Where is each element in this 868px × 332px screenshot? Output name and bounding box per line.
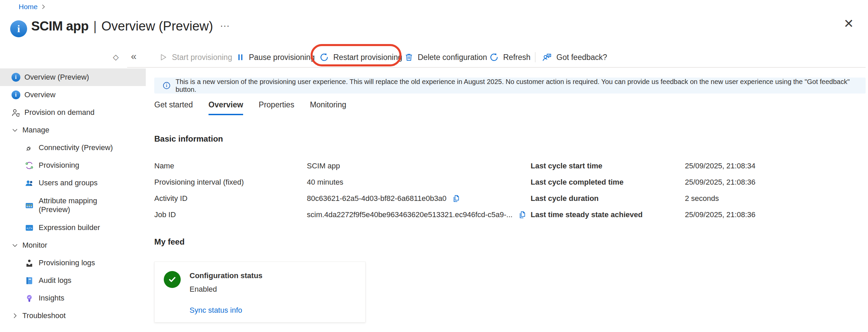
- info-icon: i: [11, 90, 20, 100]
- sidebar-item-audit-logs[interactable]: Audit logs: [0, 272, 146, 289]
- provisioning-icon: [25, 161, 34, 170]
- expression-builder-icon: </>: [25, 223, 34, 232]
- restart-icon: [319, 53, 329, 62]
- sidebar-item-expression-builder[interactable]: </> Expression builder: [0, 219, 146, 236]
- insights-icon: [25, 294, 34, 303]
- sidebar-item-provisioning[interactable]: Provisioning: [0, 157, 146, 174]
- sidebar-item-overview-preview[interactable]: i Overview (Preview): [0, 68, 146, 86]
- audit-logs-icon: [25, 276, 34, 285]
- dock-pane-icon[interactable]: ◇: [113, 47, 119, 67]
- feedback-icon: [542, 52, 552, 62]
- toolbar-divider: [127, 67, 866, 68]
- job-id-value: scim.4da2272f9f5e40be963463620e513321.ec…: [307, 210, 513, 219]
- delete-configuration-button[interactable]: Delete configuration: [405, 47, 487, 67]
- page-title-app-name: SCIM app: [31, 19, 88, 33]
- interval-value: 40 minutes: [307, 178, 343, 187]
- info-row-provisioning-interval: Provisioning interval (fixed) 40 minutes: [154, 174, 526, 190]
- play-icon: [159, 53, 167, 62]
- pause-icon: [236, 53, 244, 62]
- sidebar-item-attribute-mapping[interactable]: Attribute mapping (Preview): [0, 192, 146, 219]
- steady-state-value: 25/09/2025, 21:08:36: [685, 210, 755, 219]
- basic-info-left-column: Name SCIM app Provisioning interval (fix…: [154, 158, 526, 223]
- collapse-menu-icon[interactable]: «: [131, 47, 137, 67]
- configuration-status-value: Enabled: [190, 285, 217, 294]
- sidebar: i Overview (Preview) i Overview Provisio…: [0, 68, 146, 325]
- info-banner-text: This is a new version of the provisionin…: [176, 78, 866, 94]
- refresh-icon: [489, 53, 499, 62]
- chevron-right-icon: [41, 4, 46, 9]
- name-value: SCIM app: [307, 162, 340, 170]
- info-row-name: Name SCIM app: [154, 158, 526, 174]
- users-groups-icon: [25, 179, 34, 188]
- provisioning-logs-icon: [25, 258, 34, 268]
- breadcrumb: Home: [19, 3, 46, 11]
- my-feed-heading: My feed: [154, 237, 184, 247]
- page-title-blade-name: Overview (Preview): [101, 19, 213, 33]
- copy-activity-id-button[interactable]: [452, 194, 461, 203]
- configuration-status-title: Configuration status: [190, 271, 262, 280]
- last-cycle-duration-value: 2 seconds: [685, 194, 719, 203]
- sidebar-group-troubleshoot[interactable]: Troubleshoot: [0, 307, 146, 325]
- configuration-status-card: Configuration status Enabled Sync status…: [154, 262, 366, 323]
- sidebar-item-connectivity[interactable]: Connectivity (Preview): [0, 139, 146, 157]
- got-feedback-button[interactable]: Got feedback?: [542, 47, 607, 67]
- sidebar-item-users-and-groups[interactable]: Users and groups: [0, 174, 146, 192]
- sidebar-item-provisioning-logs[interactable]: Provisioning logs: [0, 254, 146, 272]
- info-row-last-cycle-start: Last cycle start time 25/09/2025, 21:08:…: [531, 158, 866, 174]
- sidebar-item-provision-on-demand[interactable]: Provision on demand: [0, 104, 146, 121]
- info-row-job-id: Job ID scim.4da2272f9f5e40be963463620e51…: [154, 207, 526, 223]
- tab-monitoring[interactable]: Monitoring: [310, 100, 346, 115]
- provision-on-demand-icon: [11, 108, 20, 117]
- svg-text:</>: </>: [26, 226, 32, 230]
- activity-id-value: 80c63621-62a5-4d03-bf82-6a6811e0b3a0: [307, 194, 447, 203]
- chevron-right-icon: [10, 311, 19, 320]
- toolbar-separator: [535, 52, 535, 62]
- info-row-last-cycle-duration: Last cycle duration 2 seconds: [531, 190, 866, 207]
- info-outline-icon: [162, 81, 171, 90]
- attribute-mapping-icon: [25, 201, 34, 210]
- chevron-down-icon: [10, 241, 19, 250]
- command-bar: ◇ « Start provisioning Pause provisionin…: [0, 47, 868, 67]
- sidebar-item-insights[interactable]: Insights: [0, 289, 146, 307]
- sidebar-item-overview[interactable]: i Overview: [0, 86, 146, 104]
- copy-job-id-button[interactable]: [518, 210, 527, 219]
- page-title: SCIM app|Overview (Preview): [31, 19, 213, 34]
- more-options-button[interactable]: …: [220, 18, 231, 29]
- trash-icon: [405, 53, 413, 62]
- copy-icon: [518, 210, 527, 219]
- info-banner: This is a new version of the provisionin…: [154, 78, 866, 94]
- close-blade-button[interactable]: ✕: [844, 18, 854, 30]
- sidebar-group-monitor[interactable]: Monitor: [0, 236, 146, 254]
- basic-information-heading: Basic information: [154, 134, 223, 144]
- tab-properties[interactable]: Properties: [259, 100, 294, 115]
- last-cycle-start-value: 25/09/2025, 21:08:34: [685, 162, 755, 170]
- info-row-last-cycle-completed: Last cycle completed time 25/09/2025, 21…: [531, 174, 866, 190]
- scim-app-overview-page: Home i SCIM app|Overview (Preview) … ✕ ◇…: [0, 0, 868, 332]
- tab-bar: Get started Overview Properties Monitori…: [154, 100, 346, 115]
- page-title-separator: |: [93, 19, 97, 33]
- sidebar-group-manage[interactable]: Manage: [0, 121, 146, 139]
- pause-provisioning-button[interactable]: Pause provisioning: [236, 47, 315, 67]
- info-row-steady-state: Last time steady state achieved 25/09/20…: [531, 207, 866, 223]
- info-row-activity-id: Activity ID 80c63621-62a5-4d03-bf82-6a68…: [154, 190, 526, 207]
- copy-icon: [452, 194, 461, 203]
- connectivity-icon: [25, 143, 34, 152]
- chevron-down-icon: [10, 126, 19, 135]
- tab-get-started[interactable]: Get started: [154, 100, 193, 115]
- basic-info-right-column: Last cycle start time 25/09/2025, 21:08:…: [531, 158, 866, 223]
- last-cycle-completed-value: 25/09/2025, 21:08:36: [685, 178, 755, 187]
- info-icon: i: [11, 73, 20, 82]
- start-provisioning-button[interactable]: Start provisioning: [159, 47, 232, 67]
- success-check-icon: [164, 271, 181, 288]
- sync-status-info-link[interactable]: Sync status info: [190, 306, 242, 315]
- breadcrumb-link-home[interactable]: Home: [19, 3, 38, 11]
- info-icon: i: [10, 20, 27, 37]
- tab-overview[interactable]: Overview: [209, 100, 243, 115]
- restart-provisioning-button[interactable]: Restart provisioning: [319, 47, 402, 67]
- refresh-button[interactable]: Refresh: [489, 47, 531, 67]
